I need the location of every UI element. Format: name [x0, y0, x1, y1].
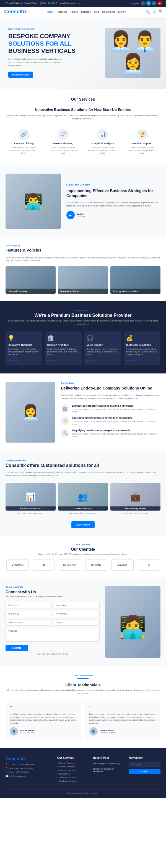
author-info-2: Author Name Director, Company: [100, 729, 116, 734]
footer: Consultix 📍 123 W000 Galina Street West …: [0, 748, 166, 798]
method-title-2: Executing turnkey projects overseas in r…: [72, 416, 161, 420]
feature-card-1: Uthnood Planning: [5, 266, 56, 294]
methods-image: 👩‍💼: [5, 382, 55, 442]
play-button[interactable]: ▶: [66, 211, 75, 219]
nav-home[interactable]: Home: [47, 10, 54, 13]
bullet-6: ›: [57, 780, 58, 782]
logo-symbol-1: ▲: [11, 564, 13, 566]
budget-icon: 💰: [126, 335, 159, 341]
why-read-more-1[interactable]: Read More: [8, 359, 18, 361]
hero-image-placeholder: 👩‍💼👨‍💼👩‍💼: [105, 28, 161, 78]
message-field[interactable]: [5, 628, 100, 642]
youtube-icon[interactable]: ▶: [158, 1, 162, 5]
quote-mark-1: ": [10, 705, 77, 712]
service-icon-2: 📈: [58, 129, 69, 140]
nav-more[interactable]: More ▾: [118, 10, 126, 13]
service-desc-3: Lorem ipsum dolor sit amet consectetur a…: [86, 146, 120, 154]
overview-img-2: 👥 Collective Teamwork: [58, 483, 108, 510]
nav-about[interactable]: About Us: [57, 10, 67, 13]
why-title-2: Solution Architect: [47, 344, 80, 346]
hero-headline: BESPOKE COMPANY SOLUTIONS FOR ALL BUSINE…: [8, 33, 84, 55]
overview-description: Lorem ipsum dolor sit amet, consectetur …: [5, 471, 161, 477]
location-icon-1: 📍: [5, 764, 8, 766]
phone-field[interactable]: [54, 611, 100, 617]
submit-button[interactable]: SUBMIT: [5, 645, 28, 651]
twitter-icon[interactable]: t: [146, 1, 151, 5]
why-read-more-2[interactable]: Read More: [47, 359, 57, 361]
footer-service-3[interactable]: › Business Dynamics: [57, 769, 89, 771]
why-title: We're a Premium Business Solutions Provi…: [5, 313, 161, 318]
features-grid: Uthnood Planning Teamwork Culture Strate…: [5, 266, 161, 294]
nav-services[interactable]: Services: [81, 10, 91, 13]
why-read-more-3[interactable]: Read More: [87, 359, 96, 361]
why-read-more-4[interactable]: Read More: [126, 359, 136, 361]
service-icon-1: 🔗: [18, 129, 29, 140]
footer-col-posts: Recent Post Staff meetings and all meeti…: [93, 756, 124, 784]
client-logo-1: ▲ AbePact: [6, 559, 28, 570]
discover-more-button[interactable]: Discover More: [8, 71, 33, 78]
why-title-4: Budgetary Allocation: [126, 344, 159, 346]
subject-field[interactable]: [54, 619, 100, 626]
feature-label-1: Uthnood Planning: [5, 288, 56, 294]
facebook-icon[interactable]: f: [141, 1, 145, 5]
author-role-1: CEO, Company: [20, 732, 34, 734]
overview-label-1: Business Presentation: [5, 506, 56, 510]
linkedin-icon[interactable]: in: [152, 1, 156, 5]
method-icon-3: 🔍: [61, 429, 69, 437]
explore-title: Implementing Effective Business Strategi…: [66, 188, 161, 198]
footer-col-services: Our Services › Finance Planning › Conten…: [57, 756, 89, 784]
search-icon[interactable]: 🔍: [146, 10, 150, 14]
service-desc-4: Lorem ipsum dolor sit amet consectetur a…: [125, 146, 159, 154]
testimonials-tag: Client Testimonials: [5, 674, 161, 677]
why-tag: Why Choose Us: [5, 309, 161, 312]
hero-h1-part2: SOLUTIONS FOR ALL: [8, 40, 72, 47]
footer-logo-accent: C: [5, 756, 9, 761]
why-title-1: Innovative Thoughts: [8, 344, 40, 346]
method-text-1: Engineered corporate solutions making a …: [72, 404, 161, 413]
first-name-field[interactable]: [5, 602, 52, 609]
menu-icon[interactable]: ☰: [159, 10, 162, 14]
overview-title: Consultix offers customized solutions fo…: [5, 463, 161, 468]
email-field[interactable]: [5, 611, 52, 617]
footer-service-1[interactable]: › Finance Planning: [57, 762, 89, 764]
last-name-field[interactable]: [54, 602, 100, 609]
footer-post-2[interactable]: Strategy for Consultix on Architecture.: [93, 768, 124, 773]
service-title-2: Growth Planning: [47, 142, 81, 145]
hero-image: 👩‍💼👨‍💼👩‍💼: [84, 28, 161, 78]
nav-documents[interactable]: Documents: [102, 10, 115, 13]
why-choose-section: Why Choose Us We're a Premium Business S…: [0, 301, 166, 373]
hero-tag: Bespoke Company: [8, 28, 84, 30]
footer-email: ✉️ info@consultix.com: [5, 775, 53, 777]
company-field[interactable]: [5, 619, 52, 626]
hero-people-icon: 👩‍💼👨‍💼👩‍💼: [105, 30, 161, 78]
footer-service-2[interactable]: › Content Marketing: [57, 766, 89, 768]
watch-btn[interactable]: ▶ Watch our Story: [66, 211, 161, 219]
learn-more-button[interactable]: Learn More: [72, 521, 95, 528]
nav-logo[interactable]: Consultix: [4, 9, 27, 14]
email-icon: ✉️: [5, 775, 8, 777]
footer-service-6[interactable]: › Healthcare Services: [57, 780, 89, 782]
footer-service-5[interactable]: › Travel and Tourism: [57, 776, 89, 778]
quote-mark-2: ": [89, 705, 157, 712]
form-row-3: [5, 619, 100, 626]
service-card-1: 🔗 Creative Linking Lorem ipsum dolor sit…: [5, 126, 42, 157]
service-desc-1: Lorem ipsum dolor sit amet consectetur a…: [7, 146, 41, 154]
footer-post-1[interactable]: Staff meetings and all meetings.: [93, 762, 124, 765]
language-selector[interactable]: English: [132, 2, 139, 5]
nav-family[interactable]: Family: [71, 10, 78, 13]
cart-icon[interactable]: 🛒: [153, 10, 157, 14]
method-icon-1: 🏢: [61, 404, 69, 413]
clients-title: Our Clientele: [5, 547, 161, 552]
newsletter-email-input[interactable]: [129, 762, 161, 767]
nav-blog[interactable]: Blog: [94, 10, 99, 13]
testimonials-grid: " Nam Nam tempore: cum tabula nota est s…: [5, 701, 161, 740]
testimonial-text-1: Nam Nam tempore: cum tabula nota est scr…: [10, 713, 77, 724]
newsletter-submit-button[interactable]: SUBMIT: [129, 769, 161, 774]
why-grid: 💡 Innovative Thoughts Simply dummy text …: [5, 332, 161, 365]
methods-tag: Our Methods: [61, 382, 161, 384]
services-grid: 🔗 Creative Linking Lorem ipsum dolor sit…: [5, 126, 161, 157]
hero-h1-part3: BUSINESS VERTICALS: [8, 47, 76, 54]
bullet-4: ›: [57, 773, 58, 775]
footer-service-4[interactable]: › HR Solutions: [57, 773, 89, 775]
testimonial-text-2: Nam Nam tempore: cum tabula nota est scr…: [89, 713, 157, 724]
